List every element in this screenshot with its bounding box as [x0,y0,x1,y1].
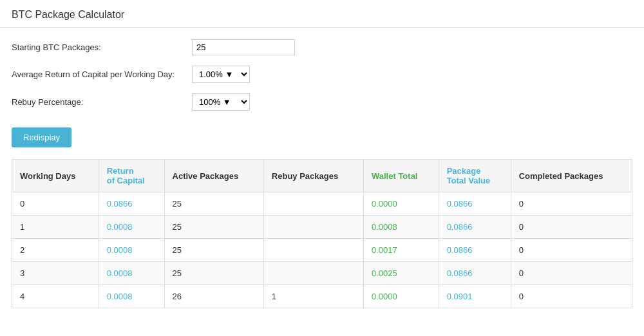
table-cell: 1 [263,285,363,308]
table-row: 30.0008250.00250.08660 [12,262,632,285]
avg-return-row: Average Return of Capital per Working Da… [12,66,632,83]
table-cell: 0.0866 [439,262,511,285]
page-title: BTC Package Calculator [12,9,632,21]
table-cell: 0.0017 [363,239,439,262]
table-cell: 25 [164,239,263,262]
table-cell: 25 [164,216,263,239]
table-cell: 2 [12,239,99,262]
table-row: 10.0008250.00080.08660 [12,216,632,239]
col-return-of-capital: Returnof Capital [99,160,164,192]
rebuy-percentage-row: Rebuy Percentage: 25% 50% 75% 100% ▼ [12,93,632,111]
starting-packages-row: Starting BTC Packages: [12,39,632,55]
table-cell: 25 [164,192,263,216]
table-cell: 0.0000 [363,285,439,308]
table-body: 00.0866250.00000.0866010.0008250.00080.0… [12,192,632,308]
table-row: 40.00082610.00000.09010 [12,285,632,308]
table-cell: 0.0866 [99,192,164,216]
table-cell [263,192,363,216]
starting-packages-input[interactable] [192,39,295,55]
form-area: Starting BTC Packages: Average Return of… [0,28,644,127]
table-cell: 0.0866 [439,239,511,262]
col-wallet-total: Wallet Total [363,160,439,192]
table-cell: 0 [511,239,632,262]
table-cell: 0.0025 [363,262,439,285]
table-cell [263,239,363,262]
rebuy-percentage-select[interactable]: 25% 50% 75% 100% ▼ [192,93,250,111]
col-working-days: Working Days [12,160,99,192]
table-header-row: Working Days Returnof Capital Active Pac… [12,160,632,192]
table-cell: 0.0000 [363,192,439,216]
table-cell: 0.0008 [99,285,164,308]
results-table: Working Days Returnof Capital Active Pac… [12,159,632,308]
col-completed-packages: Completed Packages [511,160,632,192]
table-cell: 1 [12,216,99,239]
table-cell: 0 [511,216,632,239]
table-row: 00.0866250.00000.08660 [12,192,632,216]
table-cell [263,216,363,239]
rebuy-percentage-label: Rebuy Percentage: [12,97,192,107]
table-cell: 0.0008 [99,216,164,239]
table-cell: 4 [12,285,99,308]
table-cell: 0 [511,262,632,285]
table-cell: 0.0008 [363,216,439,239]
col-active-packages: Active Packages [164,160,263,192]
starting-packages-label: Starting BTC Packages: [12,42,192,52]
col-package-total-value: PackageTotal Value [439,160,511,192]
table-cell: 0 [12,192,99,216]
table-cell: 0.0008 [99,239,164,262]
table-cell: 0 [511,285,632,308]
table-cell [263,262,363,285]
table-container: Working Days Returnof Capital Active Pac… [0,159,644,320]
redisplay-button[interactable]: Redisplay [12,127,71,147]
avg-return-label: Average Return of Capital per Working Da… [12,70,192,79]
avg-return-select[interactable]: 0.50% 0.75% 1.00% ▼ 1.25% 1.50% [192,66,250,83]
table-cell: 0.0866 [439,192,511,216]
table-cell: 26 [164,285,263,308]
table-cell: 0.0008 [99,262,164,285]
page-header: BTC Package Calculator [0,0,644,28]
table-cell: 3 [12,262,99,285]
table-cell: 0.0901 [439,285,511,308]
table-row: 20.0008250.00170.08660 [12,239,632,262]
table-cell: 0.0866 [439,216,511,239]
col-rebuy-packages: Rebuy Packages [263,160,363,192]
table-cell: 0 [511,192,632,216]
table-cell: 25 [164,262,263,285]
